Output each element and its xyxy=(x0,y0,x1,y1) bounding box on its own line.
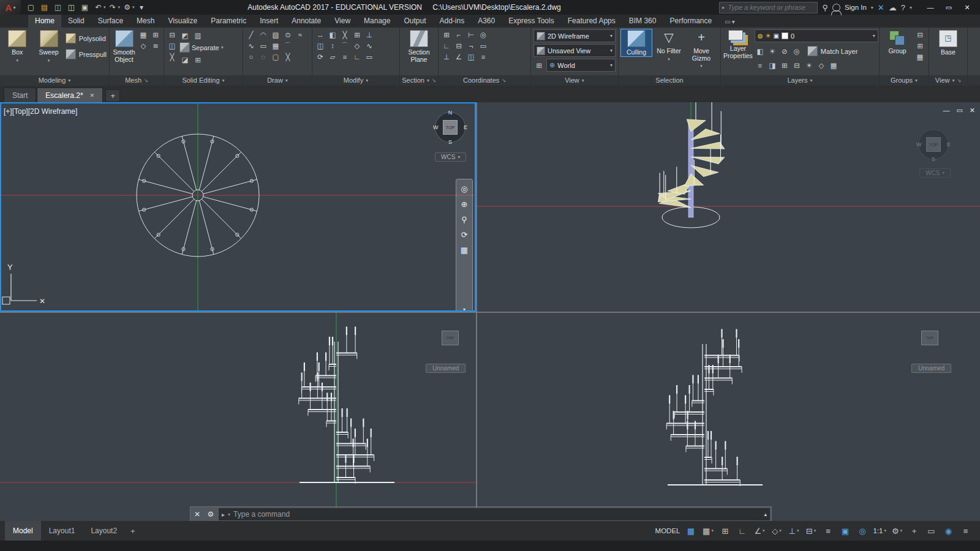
sign-in-button[interactable]: Sign In xyxy=(845,4,867,11)
new-drawing-tab-button[interactable]: + xyxy=(105,89,120,102)
view-name-pill[interactable]: Unnamed xyxy=(911,364,951,373)
qat-menu-icon[interactable]: ▾ xyxy=(135,1,148,13)
object-snap-icon[interactable]: ⊟▾ xyxy=(802,524,819,538)
undo-dropdown-icon[interactable]: ▾ xyxy=(104,5,106,10)
spline-icon[interactable]: ≈ xyxy=(295,29,306,40)
align-icon[interactable]: ⊥ xyxy=(364,29,375,40)
panel-label-solid-editing[interactable]: Solid Editing▾ xyxy=(164,75,243,86)
panel-label-section[interactable]: Section▾↘ xyxy=(400,75,438,86)
panel-expand-icon[interactable]: ▾ xyxy=(285,75,288,86)
ribbon-tab-output[interactable]: Output xyxy=(397,15,432,28)
mirror-icon[interactable]: ◧ xyxy=(327,29,338,40)
minimize-button[interactable]: — xyxy=(921,1,940,14)
layer-isolate-icon[interactable]: ☀ xyxy=(767,46,778,56)
save-as-icon[interactable]: ◫ xyxy=(65,1,78,13)
navigation-bar[interactable]: ◎⊕⚲⟳▦▾ xyxy=(456,179,473,312)
mesh-smooth-less-icon[interactable]: ⊞ xyxy=(150,29,161,40)
panel-expand-icon[interactable]: ▾ xyxy=(427,75,429,86)
ucs-world-icon[interactable]: ⊞ xyxy=(441,29,452,40)
panel-label-view-right[interactable]: View▾↘ xyxy=(929,75,967,86)
ribbon-tab-mesh[interactable]: Mesh xyxy=(130,15,161,28)
ribbon-tab-manage[interactable]: Manage xyxy=(357,15,397,28)
viewport-bottom-right[interactable]: TOP Unnamed xyxy=(477,313,980,521)
thicken-icon[interactable]: ▥ xyxy=(192,30,203,40)
mesh-crease-icon[interactable]: ≋ xyxy=(150,40,161,51)
annotation-monitor-icon[interactable]: + xyxy=(906,524,922,538)
ribbon-display-toggle[interactable]: ▭▾ xyxy=(725,18,734,28)
rectangle-icon[interactable]: ▭ xyxy=(258,40,269,51)
ribbon-tab-solid[interactable]: Solid xyxy=(61,15,91,28)
layer-properties-button[interactable]: Layer Properties xyxy=(723,29,753,59)
viewcube-west[interactable]: W xyxy=(433,124,439,130)
view-name-pill[interactable]: Unnamed xyxy=(426,364,466,373)
point-icon[interactable]: ⊙ xyxy=(282,29,293,40)
redo-icon[interactable]: ↷ xyxy=(107,1,119,13)
hatch-icon[interactable]: ▨ xyxy=(270,29,281,40)
lineweight-icon[interactable]: ≡ xyxy=(820,524,836,538)
search-arrow-icon[interactable]: ▸ xyxy=(722,4,725,10)
ribbon-tab-visualize[interactable]: Visualize xyxy=(161,15,204,28)
viewcube-mini[interactable]: TOP xyxy=(442,331,459,345)
layer-lock-icon[interactable]: ◎ xyxy=(791,46,802,56)
panel-label-mesh[interactable]: Mesh↘ xyxy=(110,75,164,86)
file-tab-close-icon[interactable]: ✕ xyxy=(90,92,95,99)
ucs-named-icon[interactable]: ≡ xyxy=(478,51,489,62)
new-layout-button[interactable]: + xyxy=(125,521,141,541)
group-edit-icon[interactable]: ⊞ xyxy=(914,40,925,51)
move-gizmo-button[interactable]: + Move Gizmo ▾ xyxy=(686,29,717,70)
ribbon-tab-annotate[interactable]: Annotate xyxy=(285,15,328,28)
selection-cycling-icon[interactable]: ▣ xyxy=(837,524,853,538)
viewcube-east[interactable]: E xyxy=(464,124,467,130)
annotation-scale-button[interactable]: 1:1▾ xyxy=(871,524,888,538)
panel-label-modeling[interactable]: Modeling▾ xyxy=(0,75,109,86)
array-icon[interactable]: ⊞ xyxy=(352,29,363,40)
ribbon-tab-insert[interactable]: Insert xyxy=(253,15,285,28)
arc-icon[interactable]: ◠ xyxy=(258,29,269,40)
orbit-icon[interactable]: ⟳ xyxy=(461,231,468,239)
layer-thaw-icon[interactable]: ⊞ xyxy=(779,60,790,70)
command-history-expand-icon[interactable]: ▴ xyxy=(764,511,767,517)
section-plane-button[interactable]: Section Plane xyxy=(404,29,434,63)
ungroup-icon[interactable]: ⊟ xyxy=(914,29,925,40)
command-input[interactable]: ▸ ▾ Type a command ▴ xyxy=(218,508,771,521)
viewcube-inactive[interactable]: S W E TOP xyxy=(916,127,951,162)
file-tab-escalera-2-[interactable]: Escalera.2*✕ xyxy=(37,88,103,102)
hardware-acceleration-icon[interactable]: ▭ xyxy=(923,524,940,538)
move-icon[interactable]: ↔ xyxy=(315,29,326,40)
ucs-face-icon[interactable]: ⌐ xyxy=(453,29,464,40)
isolate-objects-icon[interactable]: ◉ xyxy=(940,524,957,538)
ribbon-tab-featured-apps[interactable]: Featured Apps xyxy=(561,15,622,28)
stretch-icon[interactable]: ↕ xyxy=(327,40,338,51)
plot-icon[interactable]: ▣ xyxy=(78,1,91,13)
viewport-top-right[interactable]: — ▭ ✕ S W E TOP WCS ▾ xyxy=(477,102,980,312)
region-icon[interactable]: ⌒ xyxy=(282,40,293,51)
gizmo-dropdown-icon[interactable]: ▾ xyxy=(700,62,703,70)
viewport-bottom-left[interactable]: TOP Unnamed xyxy=(0,313,476,521)
undo-icon[interactable]: ↶ xyxy=(92,1,105,13)
zoom-icon[interactable]: ⚲ xyxy=(461,216,467,223)
navbar-options-icon[interactable]: ▾ xyxy=(463,307,466,312)
union-icon[interactable]: ⊟ xyxy=(167,29,178,40)
viewport-top-left[interactable]: Y✕ [+][Top][2D Wireframe] N S W E TOP WC… xyxy=(0,102,476,312)
drawing-minimize-button[interactable]: — xyxy=(943,107,949,114)
object-snap-tracking-icon[interactable]: ⊥▾ xyxy=(785,524,802,538)
viewport-controls-label[interactable]: [+][Top][2D Wireframe] xyxy=(4,107,77,116)
viewcube-south[interactable]: S xyxy=(448,139,452,145)
filter-dropdown-icon[interactable]: ▾ xyxy=(668,56,670,63)
blend-icon[interactable]: ∿ xyxy=(364,40,375,51)
shell-icon[interactable]: ◪ xyxy=(179,54,190,65)
ortho-mode-icon[interactable]: ∟ xyxy=(734,524,750,538)
ucs-x-icon[interactable]: ◫ xyxy=(466,51,477,62)
save-icon[interactable]: ◫ xyxy=(51,1,64,13)
culling-button[interactable]: Culling xyxy=(621,29,652,56)
separate-dropdown-icon[interactable]: ▾ xyxy=(221,45,224,50)
grid-display-icon[interactable]: ▦ xyxy=(682,524,699,538)
polyline-icon[interactable]: ∿ xyxy=(246,40,257,51)
slice-icon[interactable]: ◩ xyxy=(179,30,190,40)
panel-label-coordinates[interactable]: Coordinates↘ xyxy=(439,75,530,86)
fillet-icon[interactable]: ⌒ xyxy=(339,40,350,51)
box-dropdown-icon[interactable]: ▾ xyxy=(16,57,18,64)
panel-label-modify[interactable]: Modify▾ xyxy=(312,75,399,86)
panel-expand-icon[interactable]: ▾ xyxy=(68,75,70,86)
polysolid-button[interactable]: Polysolid xyxy=(66,31,107,45)
